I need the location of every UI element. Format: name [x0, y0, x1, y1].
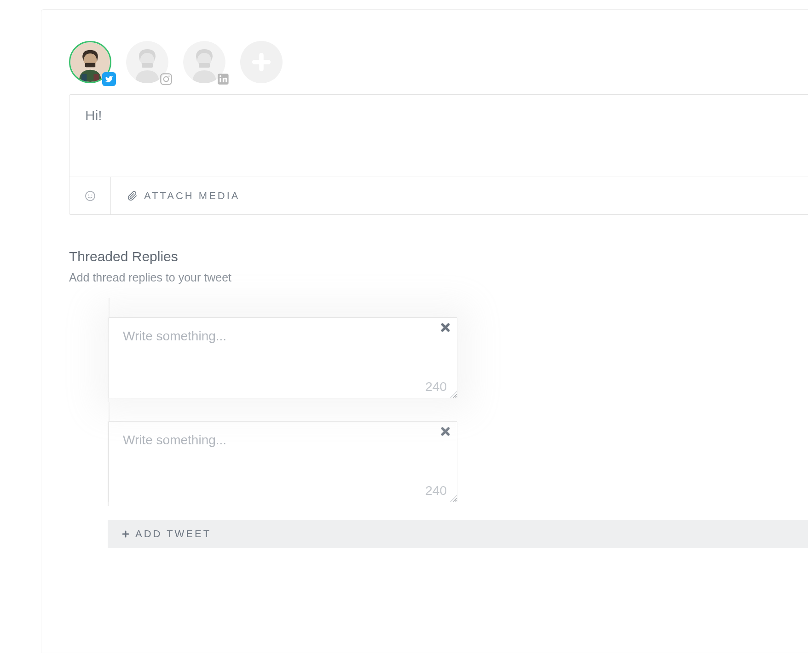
plus-icon [251, 52, 272, 73]
top-divider [0, 0, 808, 8]
composer-card: ATTACH MEDIA Threaded Replies Add thread… [41, 9, 808, 653]
remove-reply-button[interactable] [439, 322, 451, 335]
remove-reply-button[interactable] [439, 425, 451, 439]
linkedin-badge [216, 72, 230, 86]
threaded-replies-subtitle: Add thread replies to your tweet [69, 271, 808, 284]
add-tweet-label: ADD TWEET [135, 528, 211, 540]
thread-reply-item: 240 [108, 317, 808, 402]
reply-textarea[interactable] [109, 422, 457, 502]
svg-rect-8 [161, 74, 171, 84]
svg-point-9 [164, 77, 169, 82]
svg-rect-7 [142, 63, 153, 68]
account-twitter[interactable] [69, 41, 111, 83]
account-selector-row [69, 41, 808, 83]
thread-connector [109, 298, 808, 317]
twitter-icon [105, 75, 113, 83]
compose-toolbar: ATTACH MEDIA [69, 177, 808, 214]
close-icon [439, 322, 451, 333]
svg-point-19 [91, 195, 92, 195]
svg-rect-13 [199, 63, 210, 68]
add-tweet-button[interactable]: ADD TWEET [108, 520, 808, 548]
twitter-badge [102, 72, 116, 86]
instagram-icon [160, 73, 173, 86]
svg-rect-2 [85, 63, 95, 67]
smiley-icon [85, 190, 96, 201]
svg-point-16 [219, 75, 221, 77]
threaded-replies-section: Threaded Replies Add thread replies to y… [69, 249, 808, 548]
svg-point-17 [86, 191, 95, 201]
account-linkedin[interactable] [183, 41, 225, 83]
emoji-button[interactable] [69, 177, 111, 214]
account-instagram[interactable] [126, 41, 168, 83]
threaded-replies-title: Threaded Replies [69, 249, 808, 264]
instagram-badge [159, 72, 173, 86]
compose-box: ATTACH MEDIA [69, 94, 808, 215]
reply-box: 240 [109, 421, 457, 502]
attach-media-label: ATTACH MEDIA [144, 190, 240, 202]
reply-box: 240 [109, 317, 457, 398]
reply-textarea[interactable] [109, 318, 457, 398]
svg-point-10 [168, 75, 170, 77]
add-account-button[interactable] [240, 41, 283, 83]
thread-replies-container: 240 240 [86, 298, 808, 548]
svg-rect-4 [93, 74, 98, 82]
plus-icon [121, 530, 130, 538]
svg-rect-15 [219, 78, 221, 82]
svg-point-18 [88, 195, 89, 195]
thread-reply-item: 240 [108, 421, 808, 506]
thread-connector [109, 402, 808, 421]
svg-rect-3 [81, 74, 87, 82]
close-icon [439, 425, 451, 437]
linkedin-icon [217, 73, 230, 86]
compose-textarea[interactable] [69, 95, 808, 175]
attach-media-button[interactable]: ATTACH MEDIA [111, 190, 240, 202]
paperclip-icon [127, 191, 138, 201]
